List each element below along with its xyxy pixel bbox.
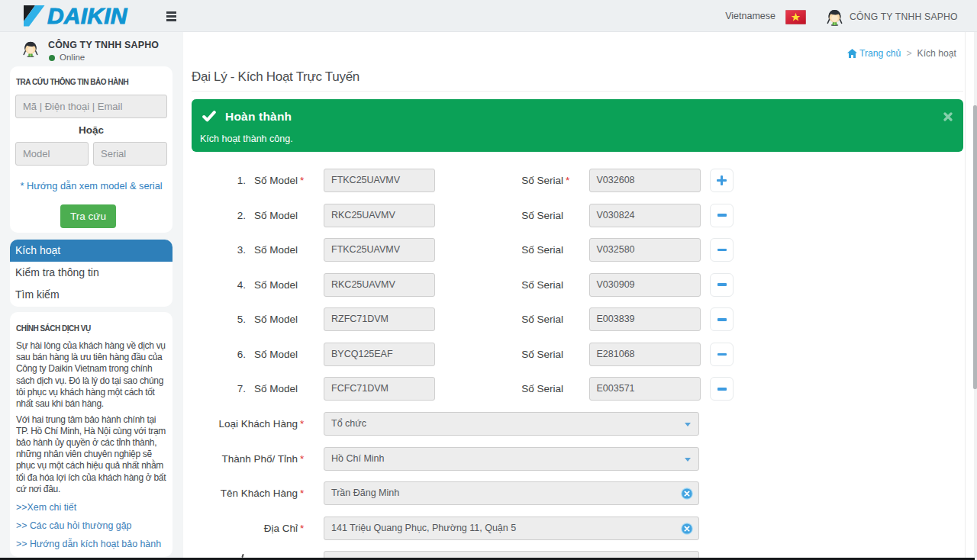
svg-text:DAIKIN: DAIKIN [47,5,128,28]
